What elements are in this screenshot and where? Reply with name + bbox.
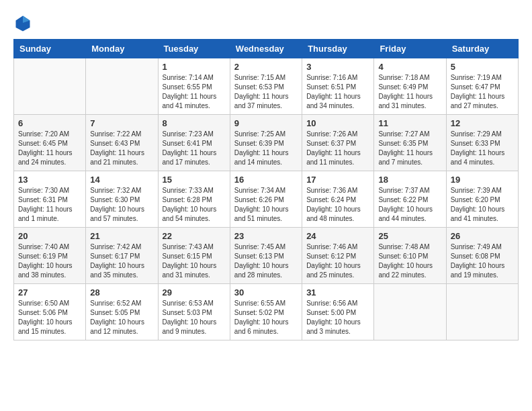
day-number: 30 <box>234 287 298 298</box>
weekday-header-saturday: Saturday <box>446 40 518 58</box>
day-info: Sunrise: 7:27 AM Sunset: 6:35 PM Dayligh… <box>378 130 441 167</box>
calendar-week-row: 27Sunrise: 6:50 AM Sunset: 5:06 PM Dayli… <box>14 284 519 340</box>
day-info: Sunrise: 7:30 AM Sunset: 6:31 PM Dayligh… <box>18 186 81 224</box>
weekday-header-sunday: Sunday <box>14 40 86 58</box>
calendar-cell: 23Sunrise: 7:45 AM Sunset: 6:13 PM Dayli… <box>230 228 302 284</box>
day-number: 22 <box>163 231 226 241</box>
calendar-cell: 29Sunrise: 6:53 AM Sunset: 5:03 PM Dayli… <box>158 284 230 340</box>
day-info: Sunrise: 7:18 AM Sunset: 6:49 PM Dayligh… <box>378 73 441 111</box>
day-number: 26 <box>451 231 514 241</box>
day-info: Sunrise: 7:22 AM Sunset: 6:43 PM Dayligh… <box>90 130 153 167</box>
calendar-cell: 4Sunrise: 7:18 AM Sunset: 6:49 PM Daylig… <box>374 58 446 115</box>
day-number: 4 <box>378 62 441 72</box>
day-number: 11 <box>378 118 441 128</box>
calendar-cell: 16Sunrise: 7:34 AM Sunset: 6:26 PM Dayli… <box>230 171 302 228</box>
day-info: Sunrise: 7:49 AM Sunset: 6:08 PM Dayligh… <box>451 242 514 280</box>
calendar-cell: 12Sunrise: 7:29 AM Sunset: 6:33 PM Dayli… <box>446 115 518 171</box>
day-number: 25 <box>378 231 441 241</box>
day-info: Sunrise: 7:40 AM Sunset: 6:19 PM Dayligh… <box>18 242 81 280</box>
day-info: Sunrise: 7:25 AM Sunset: 6:39 PM Dayligh… <box>234 130 298 167</box>
calendar-cell: 17Sunrise: 7:36 AM Sunset: 6:24 PM Dayli… <box>302 171 374 228</box>
day-number: 23 <box>234 231 298 241</box>
page-header <box>13 13 519 32</box>
calendar-cell: 6Sunrise: 7:20 AM Sunset: 6:45 PM Daylig… <box>14 115 86 171</box>
day-number: 28 <box>90 287 153 298</box>
day-info: Sunrise: 7:36 AM Sunset: 6:24 PM Dayligh… <box>306 186 369 224</box>
calendar-cell: 21Sunrise: 7:42 AM Sunset: 6:17 PM Dayli… <box>86 228 158 284</box>
day-number: 1 <box>163 62 226 72</box>
day-number: 7 <box>90 118 153 128</box>
calendar-cell: 31Sunrise: 6:56 AM Sunset: 5:00 PM Dayli… <box>302 284 374 340</box>
day-info: Sunrise: 7:16 AM Sunset: 6:51 PM Dayligh… <box>306 73 369 111</box>
calendar-week-row: 1Sunrise: 7:14 AM Sunset: 6:55 PM Daylig… <box>14 58 519 115</box>
day-number: 8 <box>163 118 226 128</box>
day-info: Sunrise: 7:26 AM Sunset: 6:37 PM Dayligh… <box>306 130 369 167</box>
day-info: Sunrise: 7:34 AM Sunset: 6:26 PM Dayligh… <box>234 186 298 224</box>
calendar-cell: 28Sunrise: 6:52 AM Sunset: 5:05 PM Dayli… <box>86 284 158 340</box>
calendar-table: SundayMondayTuesdayWednesdayThursdayFrid… <box>13 39 519 340</box>
day-info: Sunrise: 7:45 AM Sunset: 6:13 PM Dayligh… <box>234 242 298 280</box>
day-number: 21 <box>90 231 153 241</box>
calendar-cell: 10Sunrise: 7:26 AM Sunset: 6:37 PM Dayli… <box>302 115 374 171</box>
day-number: 12 <box>451 118 514 128</box>
calendar-cell: 2Sunrise: 7:15 AM Sunset: 6:53 PM Daylig… <box>230 58 302 115</box>
day-number: 15 <box>163 175 226 185</box>
day-number: 3 <box>306 62 369 72</box>
day-info: Sunrise: 7:23 AM Sunset: 6:41 PM Dayligh… <box>163 130 226 167</box>
calendar-cell: 14Sunrise: 7:32 AM Sunset: 6:30 PM Dayli… <box>86 171 158 228</box>
calendar-cell: 25Sunrise: 7:48 AM Sunset: 6:10 PM Dayli… <box>374 228 446 284</box>
day-info: Sunrise: 7:42 AM Sunset: 6:17 PM Dayligh… <box>90 242 153 280</box>
day-number: 13 <box>18 175 81 185</box>
day-number: 18 <box>378 175 441 185</box>
calendar-cell: 3Sunrise: 7:16 AM Sunset: 6:51 PM Daylig… <box>302 58 374 115</box>
day-info: Sunrise: 7:14 AM Sunset: 6:55 PM Dayligh… <box>163 73 226 111</box>
day-number: 17 <box>306 175 369 185</box>
calendar-cell: 19Sunrise: 7:39 AM Sunset: 6:20 PM Dayli… <box>446 171 518 228</box>
calendar-cell <box>14 58 86 115</box>
day-info: Sunrise: 6:52 AM Sunset: 5:05 PM Dayligh… <box>90 299 153 336</box>
calendar-cell: 24Sunrise: 7:46 AM Sunset: 6:12 PM Dayli… <box>302 228 374 284</box>
weekday-header-wednesday: Wednesday <box>230 40 302 58</box>
day-number: 14 <box>90 175 153 185</box>
weekday-header-monday: Monday <box>86 40 158 58</box>
day-number: 10 <box>306 118 369 128</box>
calendar-cell: 8Sunrise: 7:23 AM Sunset: 6:41 PM Daylig… <box>158 115 230 171</box>
day-info: Sunrise: 7:46 AM Sunset: 6:12 PM Dayligh… <box>306 242 369 280</box>
day-info: Sunrise: 7:15 AM Sunset: 6:53 PM Dayligh… <box>234 73 298 111</box>
day-number: 31 <box>306 287 369 298</box>
calendar-cell: 7Sunrise: 7:22 AM Sunset: 6:43 PM Daylig… <box>86 115 158 171</box>
day-info: Sunrise: 6:53 AM Sunset: 5:03 PM Dayligh… <box>163 299 226 336</box>
calendar-cell: 15Sunrise: 7:33 AM Sunset: 6:28 PM Dayli… <box>158 171 230 228</box>
day-info: Sunrise: 7:29 AM Sunset: 6:33 PM Dayligh… <box>451 130 514 167</box>
calendar-cell: 1Sunrise: 7:14 AM Sunset: 6:55 PM Daylig… <box>158 58 230 115</box>
day-info: Sunrise: 6:50 AM Sunset: 5:06 PM Dayligh… <box>18 299 81 336</box>
weekday-header-tuesday: Tuesday <box>158 40 230 58</box>
calendar-cell: 9Sunrise: 7:25 AM Sunset: 6:39 PM Daylig… <box>230 115 302 171</box>
day-number: 16 <box>234 175 298 185</box>
day-info: Sunrise: 7:32 AM Sunset: 6:30 PM Dayligh… <box>90 186 153 224</box>
day-info: Sunrise: 7:37 AM Sunset: 6:22 PM Dayligh… <box>378 186 441 224</box>
day-number: 6 <box>18 118 81 128</box>
calendar-week-row: 6Sunrise: 7:20 AM Sunset: 6:45 PM Daylig… <box>14 115 519 171</box>
calendar-cell <box>374 284 446 340</box>
day-info: Sunrise: 7:39 AM Sunset: 6:20 PM Dayligh… <box>451 186 514 224</box>
calendar-week-row: 20Sunrise: 7:40 AM Sunset: 6:19 PM Dayli… <box>14 228 519 284</box>
calendar-cell: 20Sunrise: 7:40 AM Sunset: 6:19 PM Dayli… <box>14 228 86 284</box>
day-number: 5 <box>451 62 514 72</box>
calendar-cell: 18Sunrise: 7:37 AM Sunset: 6:22 PM Dayli… <box>374 171 446 228</box>
day-number: 27 <box>18 287 81 298</box>
day-info: Sunrise: 7:43 AM Sunset: 6:15 PM Dayligh… <box>163 242 226 280</box>
day-number: 19 <box>451 175 514 185</box>
calendar-week-row: 13Sunrise: 7:30 AM Sunset: 6:31 PM Dayli… <box>14 171 519 228</box>
calendar-cell <box>446 284 518 340</box>
calendar-cell: 5Sunrise: 7:19 AM Sunset: 6:47 PM Daylig… <box>446 58 518 115</box>
calendar-cell: 22Sunrise: 7:43 AM Sunset: 6:15 PM Dayli… <box>158 228 230 284</box>
day-number: 20 <box>18 231 81 241</box>
day-number: 9 <box>234 118 298 128</box>
day-info: Sunrise: 7:20 AM Sunset: 6:45 PM Dayligh… <box>18 130 81 167</box>
calendar-cell: 30Sunrise: 6:55 AM Sunset: 5:02 PM Dayli… <box>230 284 302 340</box>
calendar-cell: 13Sunrise: 7:30 AM Sunset: 6:31 PM Dayli… <box>14 171 86 228</box>
day-info: Sunrise: 6:56 AM Sunset: 5:00 PM Dayligh… <box>306 299 369 336</box>
logo-icon <box>13 13 32 32</box>
weekday-header-row: SundayMondayTuesdayWednesdayThursdayFrid… <box>14 40 519 58</box>
